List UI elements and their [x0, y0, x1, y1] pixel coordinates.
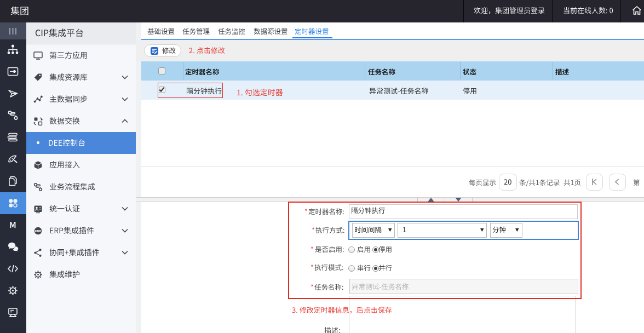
svg-text:ERP: ERP	[35, 229, 42, 233]
